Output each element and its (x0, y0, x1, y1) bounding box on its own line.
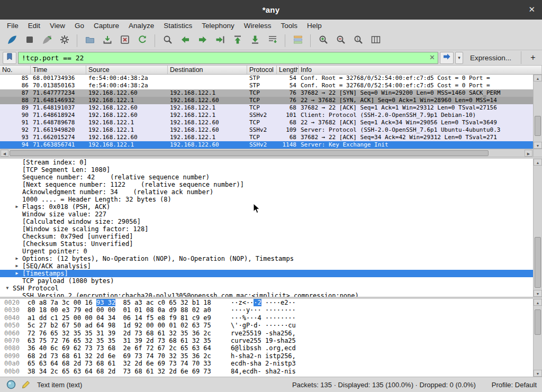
expander-collapsed-icon[interactable]: ▶ (14, 203, 20, 211)
hex-row[interactable]: 00505c 27 b2 67 50 ad 64 98 1d 92 00 00 … (0, 322, 533, 329)
status-profile-button[interactable]: Profile: Default (492, 381, 537, 389)
filter-dropdown-button[interactable]: ▾ (455, 52, 463, 64)
hex-row[interactable]: 009068 2d 73 68 61 32 2d 6e 69 73 74 70 … (0, 352, 533, 360)
go-to-packet-button[interactable] (212, 33, 228, 48)
detail-line[interactable]: TCP payload (1080 bytes) (0, 277, 533, 285)
scroll-down-icon[interactable]: ▼ (534, 142, 542, 149)
detail-scroll-thumb[interactable] (535, 237, 541, 288)
hex-row[interactable]: 006072 76 65 32 35 35 31 39 2d 73 68 61 … (0, 330, 533, 337)
capture-comment-icon[interactable] (20, 379, 32, 390)
hex-row[interactable]: 0040a1 dd c1 25 00 00 04 34 06 14 f5 e8 … (0, 314, 533, 322)
detail-line[interactable]: ▼SSH Protocol (0, 285, 533, 292)
menu-statistics[interactable]: Statistics (159, 21, 197, 31)
reload-file-button[interactable] (134, 33, 150, 48)
go-forward-button[interactable] (194, 33, 211, 48)
scroll-up-icon[interactable]: ▲ (534, 299, 542, 306)
detail-line[interactable]: ▶[SEQ/ACK analysis] (0, 262, 533, 270)
detail-line[interactable]: [Stream index: 0] (0, 159, 533, 166)
packet-row-89[interactable]: 8971.648191037192.168.122.60192.168.122.… (0, 104, 533, 112)
column-header-destination[interactable]: Destination (168, 66, 247, 74)
packet-row-87[interactable]: 8771.647777234192.168.122.60192.168.122.… (0, 89, 533, 97)
scroll-right-icon[interactable]: ▶ (525, 150, 532, 157)
column-header-time[interactable]: Time (31, 66, 86, 74)
packet-row-94[interactable]: 9471.663856741192.168.122.1192.168.122.6… (0, 141, 533, 149)
detail-line[interactable]: [Checksum Status: Unverified] (0, 240, 533, 248)
expander-collapsed-icon[interactable]: ▶ (14, 262, 20, 270)
column-header-protocol[interactable]: Protocol (247, 66, 277, 74)
scroll-up-icon[interactable]: ▲ (534, 75, 542, 81)
add-filter-button[interactable]: + (527, 52, 539, 64)
detail-line[interactable]: 1000 .... = Header Length: 32 bytes (8) (0, 196, 533, 203)
column-header-length[interactable]: Length (277, 66, 299, 74)
packet-row-93[interactable]: 9371.662015274192.168.122.60192.168.122.… (0, 134, 533, 141)
go-last-button[interactable] (247, 33, 263, 48)
expander-expanded-icon[interactable]: ▼ (4, 285, 11, 292)
zoom-in-button[interactable] (315, 33, 331, 48)
hex-row[interactable]: 00b038 34 2c 65 63 64 68 2d 73 68 61 32 … (0, 368, 533, 375)
clear-filter-icon[interactable]: ✕ (429, 53, 435, 62)
filter-bookmark-button[interactable] (3, 52, 16, 64)
expander-collapsed-icon[interactable]: ▶ (14, 270, 20, 277)
start-capture-button[interactable] (4, 33, 20, 48)
hex-row[interactable]: 003080 18 00 e3 79 ed 00 00 01 01 08 0a … (0, 306, 533, 314)
detail-line[interactable]: ▶[Timestamps] (0, 270, 533, 277)
detail-line[interactable]: Checksum: 0x79ed [unverified] (0, 233, 533, 240)
hex-vscrollbar[interactable]: ▲ ▼ (533, 299, 542, 377)
detail-line[interactable]: [Next sequence number: 1122 (relative se… (0, 181, 533, 188)
menu-go[interactable]: Go (70, 21, 89, 31)
resize-columns-button[interactable] (367, 33, 384, 48)
menu-view[interactable]: View (45, 21, 70, 31)
packet-list-scroll-thumb[interactable] (535, 116, 541, 136)
detail-line[interactable]: Window size value: 227 (0, 211, 533, 218)
stop-capture-button[interactable] (21, 33, 38, 48)
expert-info-icon[interactable] (5, 379, 17, 390)
close-window-button[interactable]: ✕ (528, 5, 535, 14)
menu-capture[interactable]: Capture (89, 21, 124, 31)
go-back-button[interactable] (177, 33, 193, 48)
packet-row-86[interactable]: 8670.013850163fe:54:00:d4:38:2aSTP54Conf… (0, 82, 533, 89)
hex-row[interactable]: 0020c0 a8 7a 3c 00 16 93 32 85 a3 ac c0 … (0, 299, 533, 306)
menu-edit[interactable]: Edit (23, 21, 45, 31)
packet-row-85[interactable]: 8568.001734936fe:54:00:d4:38:2aSTP54Conf… (0, 75, 533, 82)
detail-line[interactable]: [Window size scaling factor: 128] (0, 225, 533, 233)
packet-row-92[interactable]: 9271.661949820192.168.122.1192.168.122.6… (0, 126, 533, 134)
capture-options-button[interactable] (56, 33, 73, 48)
expander-collapsed-icon[interactable]: ▶ (14, 255, 20, 262)
hex-row[interactable]: 00a065 63 64 68 2d 73 68 61 32 2d 6e 69 … (0, 360, 533, 367)
expression-button[interactable]: Expression... (470, 54, 511, 62)
column-header-source[interactable]: Source (86, 66, 168, 74)
packet-list-hscrollbar[interactable]: ◀ ▶ (0, 149, 533, 157)
packet-row-88[interactable]: 8871.648146932192.168.122.1192.168.122.6… (0, 97, 533, 104)
packet-list-vscrollbar[interactable]: ▲ ▼ (533, 75, 542, 149)
scroll-left-icon[interactable]: ◀ (1, 150, 8, 157)
detail-vscrollbar[interactable]: ▲ ▼ (533, 159, 542, 297)
go-first-button[interactable] (229, 33, 246, 48)
display-filter-input[interactable] (18, 52, 438, 64)
scroll-up-icon[interactable]: ▲ (534, 159, 542, 166)
menu-telephony[interactable]: Telephony (197, 21, 239, 31)
hex-row[interactable]: 007063 75 72 76 65 32 35 35 31 39 2d 73 … (0, 337, 533, 344)
detail-line[interactable]: Sequence number: 42 (relative sequence n… (0, 174, 533, 181)
hex-scroll-thumb[interactable] (535, 309, 541, 335)
menu-wireless[interactable]: Wireless (239, 21, 276, 31)
menu-help[interactable]: Help (302, 21, 327, 31)
packet-row-90[interactable]: 9071.648618924192.168.122.60192.168.122.… (0, 112, 533, 119)
detail-line[interactable]: Acknowledgment number: 34 (relative ack … (0, 188, 533, 196)
scroll-down-icon[interactable]: ▼ (534, 370, 542, 377)
auto-scroll-button[interactable] (264, 33, 281, 48)
detail-line[interactable]: ▶Flags: 0x018 (PSH, ACK) (0, 203, 533, 211)
packet-list-hscroll-thumb[interactable] (10, 150, 489, 156)
zoom-out-button[interactable] (332, 33, 349, 48)
column-header-no[interactable]: No. (0, 66, 31, 74)
detail-line[interactable]: [Calculated window size: 29056] (0, 218, 533, 225)
detail-line[interactable]: SSH Version 2 (encryption:chacha20-poly1… (0, 292, 533, 297)
find-packet-button[interactable] (159, 33, 176, 48)
detail-line[interactable]: [TCP Segment Len: 1080] (0, 166, 533, 174)
column-header-info[interactable]: Info (299, 66, 542, 74)
detail-line[interactable]: ▶Options: (12 bytes), No-Operation (NOP)… (0, 255, 533, 262)
colorize-button[interactable] (290, 33, 306, 48)
save-file-button[interactable] (99, 33, 115, 48)
menu-file[interactable]: File (2, 21, 23, 31)
apply-filter-button[interactable] (440, 52, 454, 64)
close-file-button[interactable] (116, 33, 133, 48)
